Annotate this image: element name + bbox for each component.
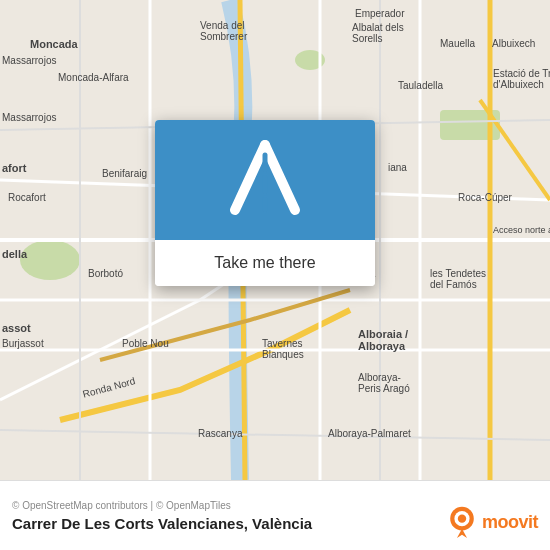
svg-point-12	[458, 514, 466, 522]
moovit-logo: moovit	[446, 506, 538, 538]
road-icon	[220, 135, 310, 225]
svg-line-5	[235, 145, 265, 210]
map-container: Moncada Emperador Massarrojos Moncada-Al…	[0, 0, 550, 480]
moovit-text: moovit	[482, 512, 538, 533]
svg-point-2	[20, 240, 80, 280]
modal-card: Take me there	[155, 120, 375, 286]
svg-line-6	[265, 145, 295, 210]
bottom-bar: © OpenStreetMap contributors | © OpenMap…	[0, 480, 550, 550]
take-me-there-button[interactable]: Take me there	[155, 240, 375, 286]
modal-header	[155, 120, 375, 240]
moovit-pin-icon	[446, 506, 478, 538]
